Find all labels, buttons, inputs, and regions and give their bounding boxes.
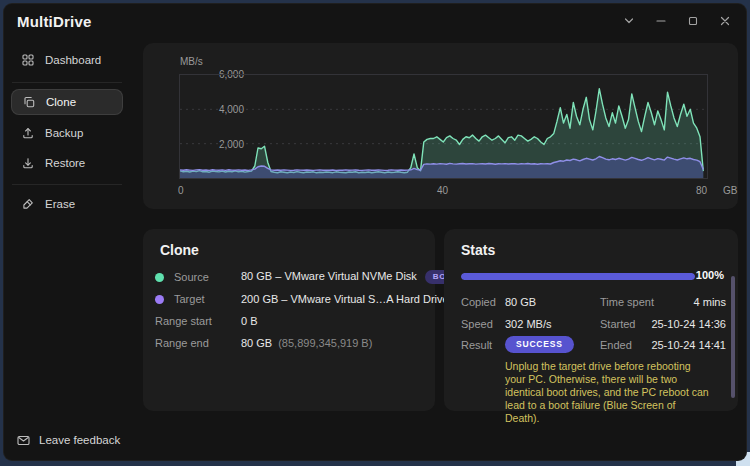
- success-badge: SUCCESS: [505, 336, 574, 353]
- chart-y-unit-label: MB/s: [180, 56, 203, 67]
- started-value: 25-10-24 14:36: [651, 318, 726, 330]
- time-spent-value: 4 mins: [694, 296, 726, 308]
- target-row: Target 200 GB – VMware Virtual S…A Hard …: [155, 292, 205, 306]
- result-label: Result: [461, 339, 492, 351]
- copied-label: Copied: [461, 296, 496, 308]
- app-title: MultiDrive: [17, 13, 92, 30]
- feedback-mail-icon: [17, 435, 30, 446]
- stats-panel-title: Stats: [461, 242, 495, 258]
- clone-copy-icon: [23, 96, 35, 108]
- x-tick-80: 80: [696, 185, 707, 196]
- sidebar-item-label: Dashboard: [45, 54, 101, 66]
- source-color-dot-icon: [155, 273, 164, 282]
- speed-chart-plot-area: [179, 74, 708, 179]
- progress-percent-label: 100%: [696, 269, 724, 281]
- range-start-value: 0 B: [241, 315, 258, 327]
- range-start-row: Range start 0 B: [155, 314, 212, 328]
- x-tick-0: 0: [178, 185, 184, 196]
- clone-panel-title: Clone: [160, 242, 199, 258]
- sidebar-divider: [12, 184, 122, 185]
- range-end-row: Range end 80 GB(85,899,345,919 B): [155, 336, 209, 350]
- stats-panel: Stats 100% Copied 80 GB Time spent 4 min…: [444, 229, 738, 411]
- sidebar-divider: [12, 82, 122, 83]
- range-end-bytes-detail: (85,899,345,919 B): [278, 337, 372, 349]
- upload-icon: [22, 127, 34, 139]
- sidebar: Dashboard Clone Backup Restore Era: [4, 38, 143, 460]
- sidebar-item-dashboard[interactable]: Dashboard: [11, 47, 123, 73]
- download-icon: [22, 157, 34, 169]
- minimize-icon[interactable]: [650, 11, 672, 31]
- clone-summary-panel: Clone Source 80 GB – VMware Virtual NVMe…: [143, 229, 435, 411]
- leave-feedback-label: Leave feedback: [39, 434, 120, 446]
- progress-bar: [461, 273, 695, 280]
- close-icon[interactable]: [714, 11, 736, 31]
- ended-label: Ended: [600, 339, 632, 351]
- dashboard-grid-icon: [22, 54, 34, 66]
- reboot-warning-text: Unplug the target drive before rebooting…: [505, 360, 711, 425]
- copied-value: 80 GB: [505, 296, 536, 308]
- chevron-down-icon[interactable]: [618, 11, 640, 31]
- speed-label: Speed: [461, 318, 493, 330]
- speed-chart-svg: [180, 75, 707, 178]
- sidebar-item-label: Restore: [45, 157, 85, 169]
- range-end-value: 80 GB(85,899,345,919 B): [241, 337, 372, 349]
- app-window: MultiDrive Dashboard: [3, 3, 747, 461]
- sidebar-item-erase[interactable]: Erase: [11, 191, 123, 217]
- speed-chart-panel: MB/s 6,000 4,000 2,000 0 40 80 GB: [143, 43, 738, 209]
- titlebar: MultiDrive: [4, 4, 746, 38]
- source-value: 80 GB – VMware Virtual NVMe DiskBOOT: [241, 270, 466, 284]
- time-spent-label: Time spent: [600, 296, 654, 308]
- leave-feedback-button[interactable]: Leave feedback: [17, 434, 120, 446]
- target-color-dot-icon: [155, 295, 164, 304]
- sidebar-item-clone[interactable]: Clone: [11, 89, 123, 115]
- eraser-icon: [22, 198, 34, 210]
- source-label: Source: [174, 271, 209, 283]
- result-value: SUCCESS: [505, 336, 574, 353]
- window-controls: [618, 11, 736, 31]
- range-start-label: Range start: [155, 315, 212, 327]
- range-end-size: 80 GB: [241, 337, 272, 349]
- sidebar-item-restore[interactable]: Restore: [11, 150, 123, 176]
- range-end-label: Range end: [155, 337, 209, 349]
- x-axis-unit-label: GB: [723, 185, 737, 196]
- maximize-icon[interactable]: [682, 11, 704, 31]
- source-disk-name: 80 GB – VMware Virtual NVMe Disk: [241, 270, 417, 282]
- sidebar-item-label: Erase: [45, 198, 75, 210]
- source-row: Source 80 GB – VMware Virtual NVMe DiskB…: [155, 270, 209, 284]
- target-label: Target: [174, 293, 205, 305]
- target-value: 200 GB – VMware Virtual S…A Hard Drive: [241, 293, 449, 305]
- x-tick-40: 40: [437, 185, 448, 196]
- progress-bar-fill: [461, 273, 695, 280]
- sidebar-item-label: Backup: [45, 127, 83, 139]
- speed-value: 302 MB/s: [505, 318, 551, 330]
- sidebar-item-backup[interactable]: Backup: [11, 120, 123, 146]
- stats-scrollbar[interactable]: [731, 276, 735, 398]
- sidebar-item-label: Clone: [46, 96, 76, 108]
- ended-value: 25-10-24 14:41: [651, 339, 726, 351]
- started-label: Started: [600, 318, 635, 330]
